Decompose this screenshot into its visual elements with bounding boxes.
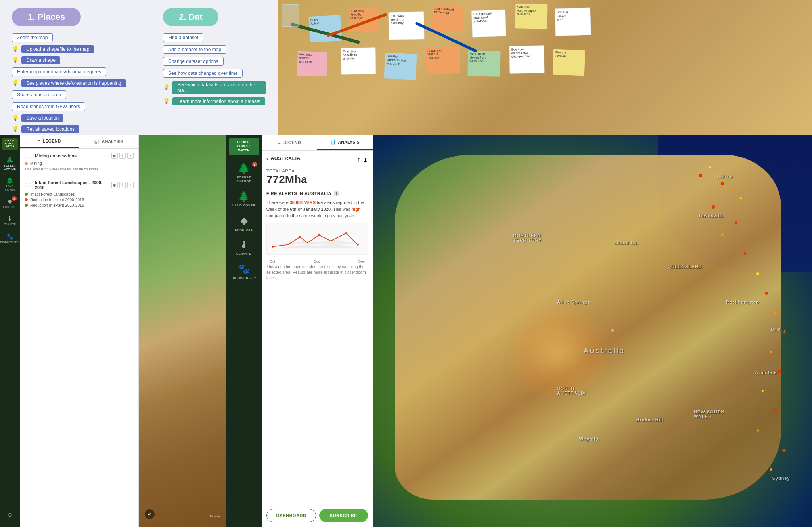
wf-item-save: 💡 Save a location: [12, 114, 139, 122]
reduction-2013-label: Reduction in extent 2000-2013: [30, 198, 84, 202]
share-row: ⤴ ⬇: [357, 157, 368, 164]
places-bubble: 1. Places: [12, 8, 81, 26]
wf-item-stories: Read stories from GFW users: [12, 102, 139, 111]
fire-dot-12: [770, 351, 772, 353]
upload-shapefile-btn[interactable]: Upload a shapefile to the map: [21, 45, 94, 53]
compass-btn-map[interactable]: ⊙: [145, 509, 155, 519]
sticky-note: Share acustomarea: [555, 7, 591, 36]
more-info-btn[interactable]: Learn more information about a dataset: [172, 97, 265, 105]
active-datasets-btn[interactable]: See which datasets are active on the ma.…: [172, 81, 266, 94]
forest-info-btn[interactable]: i: [119, 182, 126, 188]
australia-label: AUSTRALIA: [270, 155, 300, 161]
back-arrow-icon: ‹: [266, 155, 268, 161]
save-location-btn[interactable]: Save a location: [21, 114, 63, 122]
sidebar-nav-land-use-small[interactable]: 1 ◆ LAND USE: [0, 194, 20, 212]
download-icon[interactable]: ⬇: [363, 157, 368, 164]
share-icon[interactable]: ⤴: [357, 157, 360, 164]
data-time-btn[interactable]: See how data changed over time: [163, 69, 243, 78]
back-to-australia[interactable]: ‹ AUSTRALIA: [266, 155, 300, 161]
sidebar-nav-biodiversity-small[interactable]: 🐾 BIODIVERSITY: [0, 229, 20, 247]
add-dataset-btn[interactable]: Add a dataset to the map: [163, 45, 226, 54]
fire-chart: [266, 223, 368, 255]
deforestation-icon: 💡: [12, 80, 19, 87]
sidebar-nav-forest-change-small[interactable]: 🌲 FORESTCHANGE: [0, 153, 20, 174]
change-options-btn[interactable]: Change dataset options: [163, 57, 224, 66]
revisit-icon: 💡: [12, 126, 19, 133]
analysis-tab-left[interactable]: 📊 ANALYSIS: [79, 135, 139, 148]
land-cover-icon-big: 🌲: [238, 191, 250, 202]
svg-point-3: [299, 236, 301, 238]
gfw-logo-small[interactable]: GLOBALFORESTWATCH: [2, 138, 18, 150]
land-use-badge-small: 1: [12, 196, 17, 201]
mining-close-btn[interactable]: ×: [127, 153, 134, 159]
analysis-content: ‹ AUSTRALIA ⤴ ⬇ TOTAL AREA 772Mha FIRE A…: [262, 151, 373, 504]
analysis-tab-active[interactable]: 📊 ANALYSIS: [317, 135, 373, 150]
mount-isa-label: Mount Isa: [614, 241, 638, 245]
legend-panel-left: ≡ LEGEND 📊 ANALYSIS ⋮⋮ Mining concession…: [20, 135, 139, 527]
ngiola-label: Ngiola: [210, 512, 220, 519]
south-australia-label: SOUTHAUSTRALIA: [557, 386, 586, 395]
land-use-label-small: LAND USE: [3, 206, 17, 209]
forest-close-btn[interactable]: ×: [127, 182, 134, 188]
gfw-logo-big[interactable]: GLOBALFORESTWATCH: [229, 138, 259, 155]
mining-opacity-btn[interactable]: ◐: [111, 153, 118, 159]
fire-alerts-info-icon[interactable]: i: [334, 191, 339, 196]
forest-change-icon-big: 🌲: [238, 163, 250, 174]
drag-handle-forest[interactable]: ⋮⋮: [25, 183, 33, 187]
legend-tab-analysis[interactable]: ≡ LEGEND: [262, 135, 317, 150]
wf-item-data-time: See how data changed over time: [163, 69, 266, 78]
total-area-value: 772Mha: [266, 173, 368, 186]
forest-opacity-btn[interactable]: ◐: [111, 182, 118, 188]
deforestation-btn[interactable]: See places where deforestation is happen…: [21, 79, 126, 87]
mining-layer-actions: ◐ i ×: [111, 153, 134, 159]
australia-terrain: [395, 155, 781, 500]
sidebar-nav-climate-big[interactable]: 🌡 CLIMATE: [226, 235, 262, 260]
sticky-note: Find dataspecific toa location: [341, 47, 376, 75]
sidebar-nav-land-cover-big[interactable]: 🌲 LAND COVER: [226, 187, 262, 211]
sidebar-nav-forest-change-big[interactable]: 1 🌲 FORESTCHANGE: [226, 159, 262, 187]
algorithm-note: This algorithm approximates the results …: [266, 264, 368, 281]
mining-dot: [25, 162, 28, 165]
total-area-label: TOTAL AREA: [266, 168, 368, 173]
sidebar-nav-land-use-big[interactable]: ◆ LAND USE: [226, 211, 262, 235]
sidebar-nav-biodiversity-big[interactable]: 🐾 BIODIVERSITY: [226, 260, 262, 284]
analysis-panel: ≡ LEGEND 📊 ANALYSIS ‹ AUSTRALIA ⤴ ⬇ TOTA…: [262, 135, 373, 527]
draw-icon: 💡: [12, 57, 19, 64]
share-area-btn[interactable]: Share a custom area: [12, 90, 66, 99]
sidebar-nav-land-cover-small[interactable]: 🌲 LAND COVER: [0, 174, 20, 194]
climate-icon-big: 🌡: [239, 239, 249, 250]
mining-info-btn[interactable]: i: [119, 153, 126, 159]
fire-description: There were 38,881 VIIRS fire alerts repo…: [266, 199, 368, 219]
biodiversity-label-big: BIODIVERSITY: [232, 276, 256, 280]
sidebar-nav-climate-small[interactable]: 🌡 CLIMATE: [0, 212, 20, 229]
svg-marker-0: [273, 239, 362, 244]
land-use-icon-big: ◆: [240, 215, 248, 226]
rockhampton-label: Rockhampton: [726, 300, 759, 304]
nsw-label: NEW SOUTHWALES: [694, 409, 724, 419]
map-area-left[interactable]: ⊙ Ngiola: [139, 135, 226, 527]
sticky-note: Read backstories fromGFW users: [467, 50, 500, 76]
stories-btn[interactable]: Read stories from GFW users: [12, 102, 85, 111]
compass-btn-small[interactable]: ⊙: [6, 508, 14, 521]
map-crosshair: +: [610, 327, 615, 335]
sticky-note: Acquire anin-depthlocation...: [426, 46, 460, 74]
dashboard-btn[interactable]: DASHBOARD: [266, 509, 316, 522]
legend-tab-left[interactable]: ≡ LEGEND: [20, 135, 79, 148]
zoom-map-btn[interactable]: Zoom the map: [12, 33, 53, 42]
bottom-section: GLOBALFORESTWATCH 🌲 FORESTCHANGE 🌲 LAND …: [0, 135, 812, 527]
active-datasets-icon: 💡: [163, 84, 170, 91]
satellite-map[interactable]: NORTHERNTERRITORY Cairns Townsville Moun…: [373, 135, 812, 527]
analysis-tab-active-icon: 📊: [330, 139, 336, 145]
revisit-locations-btn[interactable]: Revisit saved locations: [21, 125, 79, 133]
subscribe-btn[interactable]: SUBSCRIBE: [319, 509, 368, 522]
satellite-bg: NORTHERNTERRITORY Cairns Townsville Moun…: [373, 135, 812, 527]
wf-item-change-options: Change dataset options: [163, 57, 266, 66]
wf-item-more-info: 💡 Learn more information about a dataset: [163, 97, 266, 105]
coords-btn[interactable]: Enter map coordinates/decimal degrees: [12, 67, 106, 76]
find-dataset-btn[interactable]: Find a dataset: [163, 33, 203, 42]
fire-dot-14: [762, 390, 764, 392]
sydney-label: Sydney: [772, 476, 790, 481]
fire-date: 6th of January 2020: [290, 207, 331, 212]
draw-shape-btn[interactable]: Draw a shape: [21, 56, 60, 64]
drag-handle-mining[interactable]: ⋮⋮: [25, 154, 33, 158]
